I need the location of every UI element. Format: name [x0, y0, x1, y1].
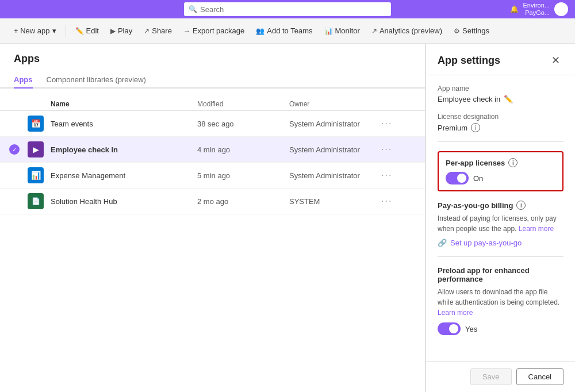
settings-button[interactable]: ⚙ Settings: [449, 24, 494, 37]
play-button[interactable]: ▶ Play: [106, 24, 137, 37]
header-owner: Owner: [289, 100, 381, 108]
app-owner-employee-checkin: System Administrator: [289, 145, 381, 154]
search-container: 🔍: [184, 2, 391, 16]
setup-link[interactable]: 🔗 Set up pay-as-you-go: [438, 239, 564, 247]
header-name: Name: [51, 100, 197, 108]
share-button[interactable]: ↗ Share: [139, 24, 177, 37]
app-icon-expense-mgmt: 📊: [28, 167, 44, 183]
app-name-value: Employee check in ✏️: [438, 95, 564, 103]
app-modified-employee-checkin: 4 min ago: [197, 145, 289, 154]
billing-desc: Instead of paying for licenses, only pay…: [438, 213, 564, 234]
app-icon-employee-checkin: ▶: [28, 141, 44, 157]
app-menu-expense-mgmt[interactable]: ···: [381, 170, 416, 180]
new-app-button[interactable]: + New app ▾: [9, 24, 61, 37]
app-modified-team-events: 38 sec ago: [197, 120, 289, 128]
per-app-info-icon[interactable]: i: [508, 158, 518, 167]
cancel-button[interactable]: Cancel: [516, 368, 564, 385]
app-owner-solution-hub: SYSTEM: [289, 197, 381, 206]
app-owner-team-events: System Administrator: [289, 120, 381, 128]
tab-apps[interactable]: Apps: [14, 72, 33, 89]
per-app-licenses-box: Per-app licenses i On: [438, 151, 564, 191]
app-name-label: App name: [438, 84, 564, 93]
panel-title: App settings: [438, 55, 500, 67]
share-icon: ↗: [144, 27, 150, 35]
toolbar-separator-1: [66, 25, 66, 37]
app-modified-solution-hub: 2 mo ago: [197, 197, 289, 206]
app-name-expense-mgmt: Expense Management: [51, 171, 197, 180]
preload-toggle[interactable]: [438, 322, 461, 335]
app-icon-solution-hub: 📄: [28, 193, 44, 209]
divider-2: [438, 256, 564, 257]
app-name-team-events: Team events: [51, 120, 197, 128]
left-panel: Apps Apps Component libraries (preview) …: [0, 44, 425, 392]
new-app-label: + New app: [14, 26, 50, 35]
setup-link-icon: 🔗: [438, 239, 447, 247]
per-app-toggle-label: On: [473, 174, 483, 183]
per-app-licenses-header: Per-app licenses i: [446, 158, 555, 167]
app-modified-expense-mgmt: 5 min ago: [197, 171, 289, 180]
monitor-button[interactable]: 📊 Monitor: [320, 24, 365, 37]
divider-1: [438, 141, 564, 142]
license-designation-label: License designation: [438, 113, 564, 121]
teams-icon: 👥: [256, 27, 264, 35]
tab-component-libraries[interactable]: Component libraries (preview): [47, 72, 146, 89]
table-row-expense[interactable]: 📊 Expense Management 5 min ago System Ad…: [0, 163, 425, 189]
license-info-icon[interactable]: i: [471, 123, 480, 132]
avatar[interactable]: [554, 2, 568, 16]
edit-button[interactable]: ✏️ Edit: [71, 24, 103, 37]
app-menu-team-events[interactable]: ···: [381, 118, 416, 129]
panel-footer: Save Cancel: [426, 361, 575, 392]
play-icon: ▶: [110, 27, 116, 35]
billing-learn-more-link[interactable]: Learn more: [519, 225, 554, 233]
app-icon-team-events: 📅: [28, 116, 44, 132]
tabs: Apps Component libraries (preview): [0, 72, 425, 89]
app-owner-expense-mgmt: System Administrator: [289, 171, 381, 180]
app-menu-employee-checkin[interactable]: ···: [381, 144, 416, 155]
close-button[interactable]: ✕: [548, 53, 564, 68]
per-app-toggle[interactable]: [446, 172, 469, 185]
bell-icon[interactable]: 🔔: [510, 5, 519, 13]
section-title: Apps: [0, 53, 425, 72]
row-check-selected: ✓: [9, 144, 28, 155]
panel-header: App settings ✕: [426, 44, 575, 75]
table-row-solution[interactable]: 📄 Solution Health Hub 2 mo ago SYSTEM ··…: [0, 189, 425, 214]
edit-icon: ✏️: [75, 27, 84, 35]
billing-header: Pay-as-you-go billing i: [438, 201, 564, 210]
preload-toggle-wrap: Yes: [438, 322, 564, 335]
env-label: Environ... PayGo...: [523, 2, 550, 17]
app-name-solution-hub: Solution Health Hub: [51, 197, 197, 206]
preload-header: Preload app for enhanced performance: [438, 266, 564, 283]
search-icon: 🔍: [189, 5, 197, 13]
billing-info-icon[interactable]: i: [516, 201, 526, 210]
table-header: Name Modified Owner: [0, 98, 425, 111]
app-name-employee-checkin: Employee check in: [51, 145, 197, 154]
settings-icon: ⚙: [454, 27, 460, 35]
panel-body: App name Employee check in ✏️ License de…: [426, 75, 575, 361]
top-bar: 🔍 🔔 Environ... PayGo...: [0, 0, 575, 18]
analytics-button[interactable]: ↗ Analytics (preview): [367, 24, 447, 37]
export-package-button[interactable]: → Export package: [179, 24, 249, 37]
search-input[interactable]: [184, 2, 391, 16]
billing-section: Pay-as-you-go billing i Instead of payin…: [438, 201, 564, 247]
table-row[interactable]: 📅 Team events 38 sec ago System Administ…: [0, 111, 425, 137]
app-menu-solution-hub[interactable]: ···: [381, 196, 416, 206]
chevron-down-icon: ▾: [52, 26, 56, 35]
per-app-toggle-wrap: On: [446, 172, 555, 185]
add-to-teams-button[interactable]: 👥 Add to Teams: [251, 24, 317, 37]
monitor-icon: 📊: [324, 27, 333, 35]
table-row-selected[interactable]: ✓ ▶ Employee check in 4 min ago System A…: [0, 137, 425, 163]
main-layout: Apps Apps Component libraries (preview) …: [0, 44, 575, 392]
preload-learn-more-link[interactable]: Learn more: [438, 309, 473, 317]
analytics-icon: ↗: [371, 27, 377, 35]
top-bar-right: 🔔 Environ... PayGo...: [510, 2, 568, 17]
check-circle-icon: ✓: [9, 144, 20, 155]
header-modified: Modified: [197, 100, 289, 108]
search-box: 🔍: [184, 2, 391, 16]
right-panel: App settings ✕ App name Employee check i…: [425, 44, 575, 392]
export-icon: →: [183, 27, 190, 35]
preload-toggle-label: Yes: [465, 325, 477, 333]
edit-app-name-icon[interactable]: ✏️: [504, 95, 513, 103]
toolbar: + New app ▾ ✏️ Edit ▶ Play ↗ Share → Exp…: [0, 18, 575, 44]
preload-desc: Allow users to download the app file whi…: [438, 287, 564, 318]
save-button[interactable]: Save: [470, 368, 512, 385]
